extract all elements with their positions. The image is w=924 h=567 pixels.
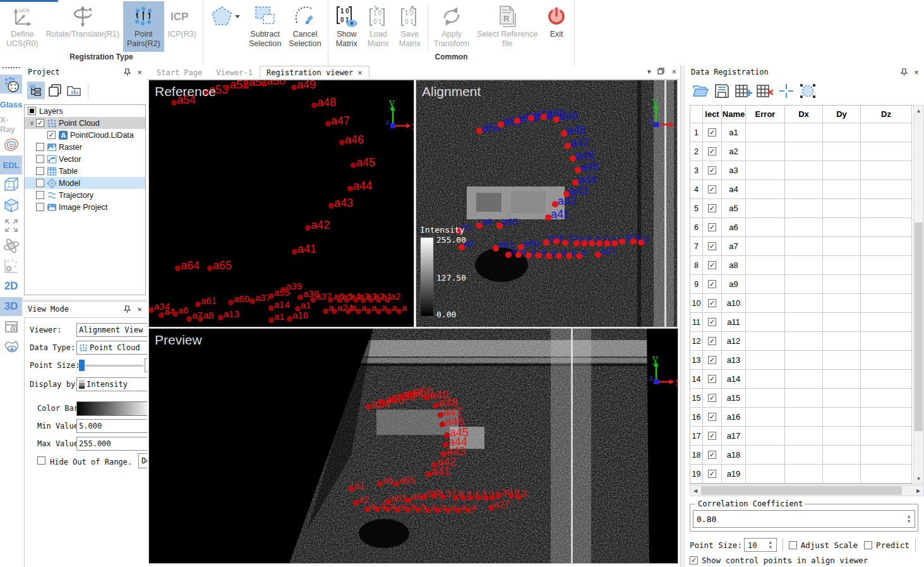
visibility-checkbox[interactable] xyxy=(36,119,44,127)
column-header[interactable]: Error xyxy=(746,106,785,123)
tab-registration-viewer[interactable]: Registration viewer× xyxy=(260,66,369,79)
table-row[interactable]: 15a15 xyxy=(690,389,913,408)
cube-wire-icon[interactable] xyxy=(0,176,22,195)
pin-icon[interactable] xyxy=(899,67,909,77)
color-bar[interactable] xyxy=(76,401,147,416)
visibility-checkbox[interactable] xyxy=(36,143,44,151)
visibility-checkbox[interactable] xyxy=(36,203,44,211)
data-type-select[interactable]: Point Cloud xyxy=(76,341,147,355)
window-add-icon[interactable] xyxy=(0,317,22,336)
save-matrix-button[interactable]: 1001SaveMatrix xyxy=(394,1,426,52)
table-row[interactable]: 8a8 xyxy=(690,256,913,275)
table-row[interactable]: 14a14 xyxy=(690,370,913,389)
table-row[interactable]: 16a16 xyxy=(690,408,913,427)
expander-icon[interactable]: ∨ xyxy=(28,119,36,126)
horizontal-scrollbar[interactable]: ◀ ▶ xyxy=(690,485,924,496)
alignment-viewer[interactable]: Alignment yxz Intensity 255.00 127.50 0.… xyxy=(416,80,678,327)
contour-icon[interactable] xyxy=(0,135,22,154)
visibility-checkbox[interactable] xyxy=(28,107,36,115)
visibility-checkbox[interactable] xyxy=(36,191,44,199)
close-icon[interactable]: × xyxy=(671,67,676,76)
table-row[interactable]: 9a9 xyxy=(690,275,913,294)
scrollbar-thumb[interactable] xyxy=(915,223,923,431)
tree-view-icon[interactable] xyxy=(27,82,45,99)
table-row[interactable]: 5a5 xyxy=(690,199,913,218)
column-header[interactable]: lect xyxy=(703,106,722,123)
define-ucs-r0--button[interactable]: UCSDefineUCS(R0) xyxy=(3,1,42,52)
slider-thumb[interactable] xyxy=(79,360,85,371)
reference-viewer[interactable]: Reference yxz a54a53a52a51a50a49a48a47a4… xyxy=(148,80,414,327)
folder-stats-icon[interactable] xyxy=(65,82,83,99)
exit-button[interactable]: Exit xyxy=(541,1,572,52)
table-row[interactable]: 18a18 xyxy=(690,446,913,465)
min-value-input[interactable]: 5.000 xyxy=(76,419,147,433)
pin-icon[interactable] xyxy=(122,304,132,314)
table-row[interactable]: 4a4 xyxy=(690,180,913,199)
select-checkbox[interactable] xyxy=(708,242,716,250)
layers-view-icon[interactable] xyxy=(46,82,64,99)
predict-checkbox[interactable] xyxy=(864,541,872,549)
select-checkbox[interactable] xyxy=(708,261,716,269)
table-row[interactable]: 10a10 xyxy=(690,294,913,313)
float-window-icon[interactable] xyxy=(657,68,664,76)
apply-transform-button[interactable]: ApplyTransform xyxy=(430,1,474,52)
table-add-icon[interactable] xyxy=(733,82,753,101)
sidebar-item-edl[interactable]: EDL xyxy=(0,155,22,174)
open-folder-icon[interactable] xyxy=(690,82,711,101)
select-checkbox[interactable] xyxy=(708,318,716,326)
visibility-checkbox[interactable] xyxy=(36,155,44,163)
preview-viewer[interactable]: Preview yxz a54a53a52a51a50a49a48a47a46a… xyxy=(148,328,678,564)
close-icon[interactable]: × xyxy=(911,67,921,77)
vertical-scrollbar[interactable]: ▲ ▼ xyxy=(913,105,924,484)
hide-out-of-range-checkbox[interactable] xyxy=(37,456,45,465)
adjust-scale-checkbox[interactable] xyxy=(789,541,797,549)
tree-item-layers[interactable]: Layers xyxy=(25,105,145,117)
eye-curve-icon[interactable] xyxy=(0,338,22,357)
tree-item-trajectory[interactable]: Trajectory xyxy=(25,189,145,201)
tree-item-point-cloud[interactable]: ∨Point Cloud xyxy=(25,117,145,129)
tree-item-raster[interactable]: Raster xyxy=(25,141,145,153)
sidebar-item-x-ray[interactable]: X-Ray xyxy=(0,115,22,134)
select-checkbox[interactable] xyxy=(708,185,716,193)
table-row[interactable]: 1a1 xyxy=(690,123,913,142)
spinner-arrows[interactable]: ▲▼ xyxy=(766,539,775,551)
select-checkbox[interactable] xyxy=(708,299,716,307)
table-row[interactable]: 6a6 xyxy=(690,218,913,237)
default-button[interactable]: De xyxy=(138,453,147,468)
select-checkbox[interactable] xyxy=(708,356,716,364)
sidebar-item-glass[interactable]: Glass xyxy=(0,95,22,114)
tree-item-image-project[interactable]: Image Project xyxy=(25,201,145,213)
select-checkbox[interactable] xyxy=(708,223,716,231)
sidebar-item-3d[interactable]: 3D xyxy=(0,297,22,316)
table-row[interactable]: 3a3 xyxy=(690,161,913,180)
point-pairs-r2--button[interactable]: PointPairs(R2) xyxy=(123,1,164,52)
tree-item-pointcloud-lidata[interactable]: APointCloud.LiData xyxy=(25,129,145,141)
select-checkbox[interactable] xyxy=(708,204,716,212)
tab-viewer-1[interactable]: Viewer-1 xyxy=(209,66,260,79)
pin-icon[interactable] xyxy=(122,67,132,77)
select-checkbox[interactable] xyxy=(708,166,716,174)
crosshair-icon[interactable] xyxy=(776,82,796,101)
table-row[interactable]: 17a17 xyxy=(690,427,913,446)
icp-r3--button[interactable]: ICPICP(R3) xyxy=(164,1,200,52)
table-row[interactable]: 19a19 xyxy=(690,465,913,484)
display-by-select[interactable]: Intensity xyxy=(76,377,147,391)
table-row[interactable]: 12a12 xyxy=(690,332,913,351)
select-checkbox[interactable] xyxy=(708,432,716,440)
tab-start-page[interactable]: Start Page xyxy=(150,66,209,79)
table-row[interactable]: 2a2 xyxy=(690,142,913,161)
show-matrix-button[interactable]: 1001ShowMatrix xyxy=(331,1,363,52)
cancel-selection-button[interactable]: CancelSelection xyxy=(285,1,325,52)
close-icon[interactable]: × xyxy=(135,67,145,77)
visibility-checkbox[interactable] xyxy=(36,179,44,187)
visibility-checkbox[interactable] xyxy=(47,131,56,139)
scroll-down-icon[interactable]: ▼ xyxy=(914,473,923,484)
viewer-select[interactable]: Alignment View for xyxy=(76,323,147,337)
close-icon[interactable]: × xyxy=(135,304,145,314)
subtract-selection-button[interactable]: SubtractSelection xyxy=(245,1,285,52)
polygon-selection-button[interactable] xyxy=(206,1,245,52)
max-value-input[interactable]: 255.000 xyxy=(76,437,147,451)
tab-list-dropdown-icon[interactable]: ▾ xyxy=(647,68,651,76)
table-row[interactable]: 11a11 xyxy=(690,313,913,332)
select-checkbox[interactable] xyxy=(708,375,716,383)
